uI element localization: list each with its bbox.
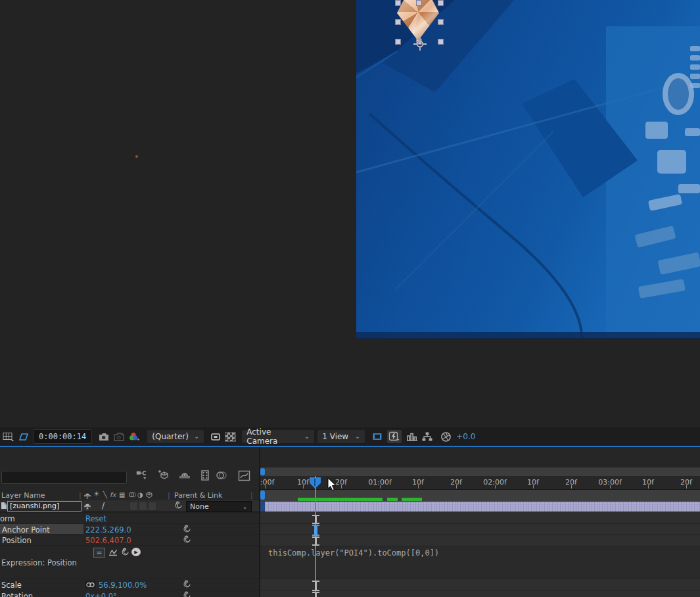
exposure-value[interactable]: +0.0 xyxy=(456,432,475,441)
collapse-transformations-column-icon: ☀ xyxy=(93,490,100,498)
layer-switch-cell[interactable] xyxy=(139,502,147,511)
value-ibeam-marker xyxy=(312,515,319,524)
chevron-down-icon: ⌄ xyxy=(194,434,199,439)
parent-dropdown[interactable]: None ⌄ xyxy=(186,501,252,512)
current-time-field[interactable]: 0:00:00:14 xyxy=(33,429,92,444)
expression-language-menu-button[interactable]: ▶ xyxy=(131,548,141,556)
anchor-point-value[interactable]: 222.5,269.0 xyxy=(85,525,131,535)
aerial-map-image xyxy=(356,0,700,340)
comp-mini-flowchart-icon[interactable] xyxy=(135,468,149,483)
reset-exposure-icon[interactable] xyxy=(440,431,452,442)
row-divider xyxy=(0,545,259,546)
rotation-value[interactable]: 0x+0.0° xyxy=(85,592,117,597)
expression-pick-whip-icon[interactable] xyxy=(120,548,129,556)
composition-toolbar: 0:00:00:14 (Quarter) ⌄ Active Camera ⌄ xyxy=(0,427,700,447)
anchor-point-marker[interactable] xyxy=(413,37,427,51)
transform-group-label: orm xyxy=(0,514,15,523)
position-row[interactable]: Position 502.6,407.0 xyxy=(0,535,259,545)
motion-blur-icon[interactable] xyxy=(214,468,229,483)
timeline-search-input[interactable] xyxy=(1,471,127,484)
time-navigator-start-handle[interactable] xyxy=(260,468,265,475)
resolution-dropdown[interactable]: (Quarter) ⌄ xyxy=(147,430,204,443)
time-ruler[interactable]: 0:00f 10f 20f 01:00f 10f 20f 02:00f 10f … xyxy=(260,476,700,490)
chevron-down-icon: ⌄ xyxy=(243,504,248,510)
effects-column-icon: fx xyxy=(110,491,116,499)
anchor-point-label: Anchor Point xyxy=(2,525,50,535)
selection-handle[interactable] xyxy=(438,19,444,25)
selection-handle[interactable] xyxy=(395,19,401,25)
value-ibeam-marker xyxy=(312,592,319,597)
position-value[interactable]: 502.6,407.0 xyxy=(85,536,131,545)
selection-handle[interactable] xyxy=(416,0,422,6)
expression-enable-button[interactable]: = xyxy=(93,548,105,558)
layer-row[interactable]: [zuanshi.png] / None ⌄ xyxy=(0,500,259,512)
render-progress-bar xyxy=(298,498,383,501)
comp-timeline-button-icon[interactable] xyxy=(406,432,418,442)
adjustment-layer-column-icon: ◑ xyxy=(137,491,143,499)
transparency-grid-icon[interactable] xyxy=(225,432,236,442)
render-progress-bar xyxy=(387,498,398,501)
3d-layer-column-icon xyxy=(145,491,153,499)
expression-name-label: Expression: Position xyxy=(1,558,77,567)
rotation-row[interactable]: Rotation 0x+0.0° xyxy=(0,590,259,597)
show-snapshot-icon[interactable] xyxy=(113,432,125,442)
parent-pick-whip-icon[interactable] xyxy=(174,501,183,510)
scale-pick-whip-icon[interactable] xyxy=(183,580,192,589)
layer-shy-switch[interactable] xyxy=(83,502,91,510)
layer-name[interactable]: [zuanshi.png] xyxy=(7,501,82,512)
column-separator: | xyxy=(250,491,253,500)
position-pick-whip-icon[interactable] xyxy=(183,535,192,544)
expression-controls-row: = ▶ xyxy=(0,546,259,557)
parent-link-column-label: Parent & Link xyxy=(174,491,222,500)
composition-viewer[interactable] xyxy=(356,0,700,340)
position-label: Position xyxy=(2,536,32,545)
scale-row[interactable]: Scale 56.9,100.0% xyxy=(0,579,259,590)
work-area-bar[interactable] xyxy=(260,490,700,502)
constrain-proportions-icon[interactable] xyxy=(85,581,96,588)
show-channel-icon[interactable] xyxy=(128,431,141,442)
anchor-point-pick-whip-icon[interactable] xyxy=(183,525,192,534)
region-of-interest-icon[interactable] xyxy=(210,432,222,442)
shy-column-icon xyxy=(83,491,91,499)
rotation-pick-whip-icon[interactable] xyxy=(183,591,192,597)
time-navigator-bar[interactable] xyxy=(260,467,700,476)
track-area-top-spacer xyxy=(260,447,700,467)
selection-handle[interactable] xyxy=(395,0,401,6)
frame-blending-icon[interactable] xyxy=(198,468,212,483)
layer-switch-cell[interactable] xyxy=(148,502,156,511)
expression-graph-icon[interactable] xyxy=(108,548,118,556)
view-layout-dropdown[interactable]: 1 View ⌄ xyxy=(317,430,365,443)
row-divider xyxy=(0,579,259,579)
take-snapshot-icon[interactable] xyxy=(98,432,110,442)
layer-in-point[interactable] xyxy=(260,502,265,512)
pixel-aspect-correction-icon[interactable] xyxy=(371,431,384,442)
3d-view-dropdown[interactable]: Active Camera ⌄ xyxy=(242,430,314,443)
reset-button[interactable]: Reset xyxy=(85,514,106,523)
timeline-column-header: Layer Name | ☀ ╲ fx ▦ ◑ | Parent & Link … xyxy=(0,490,259,500)
graph-editor-icon[interactable] xyxy=(237,468,251,483)
frame-blend-column-icon: ▦ xyxy=(119,491,125,499)
footage-file-icon xyxy=(1,502,7,510)
value-ibeam-marker-selected xyxy=(312,525,319,536)
grid-guide-options-icon[interactable] xyxy=(2,431,14,442)
value-ibeam-marker xyxy=(312,581,319,591)
anchor-point-row[interactable]: Anchor Point 222.5,269.0 xyxy=(0,524,259,535)
selection-handle[interactable] xyxy=(395,39,401,45)
draft-3d-icon[interactable] xyxy=(156,468,171,483)
selection-handle[interactable] xyxy=(438,0,444,6)
timeline-track-area: 0:00f 10f 20f 01:00f 10f 20f 02:00f 10f … xyxy=(260,447,700,597)
3d-view-value: Active Camera xyxy=(246,427,299,446)
layer-quality-switch[interactable]: / xyxy=(102,501,105,510)
transform-group-row[interactable]: orm Reset xyxy=(0,513,259,523)
hide-shy-layers-icon[interactable] xyxy=(177,468,192,483)
work-area-start-handle[interactable] xyxy=(260,490,265,500)
fast-previews-icon[interactable] xyxy=(387,430,402,443)
comp-flowchart-button-icon[interactable] xyxy=(421,431,433,442)
scale-value[interactable]: 56.9,100.0% xyxy=(99,581,147,590)
column-separator: | xyxy=(79,491,82,500)
layer-switch-cell[interactable] xyxy=(129,502,138,511)
selection-handle[interactable] xyxy=(438,39,444,45)
expression-code[interactable]: thisComp.layer("POI4").toComp([0,0]) xyxy=(268,548,439,558)
layer-duration-bar[interactable] xyxy=(260,502,700,512)
mask-visibility-icon[interactable] xyxy=(18,432,30,442)
